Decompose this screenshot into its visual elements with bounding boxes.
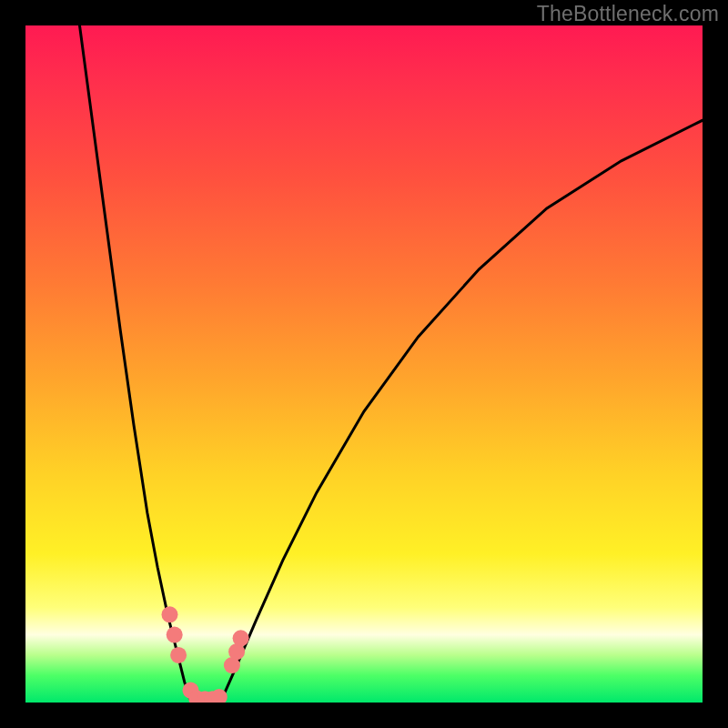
marker-points — [162, 606, 249, 703]
chart-svg — [25, 25, 703, 703]
marker-dot — [162, 606, 178, 622]
marker-dot — [170, 647, 187, 663]
chart-frame: TheBottleneck.com — [0, 0, 728, 728]
watermark-text: TheBottleneck.com — [537, 2, 719, 26]
plot-area — [25, 25, 703, 703]
curve-path — [80, 25, 703, 703]
marker-dot — [233, 630, 249, 646]
bottleneck-curve — [80, 25, 703, 703]
marker-dot — [167, 627, 183, 643]
